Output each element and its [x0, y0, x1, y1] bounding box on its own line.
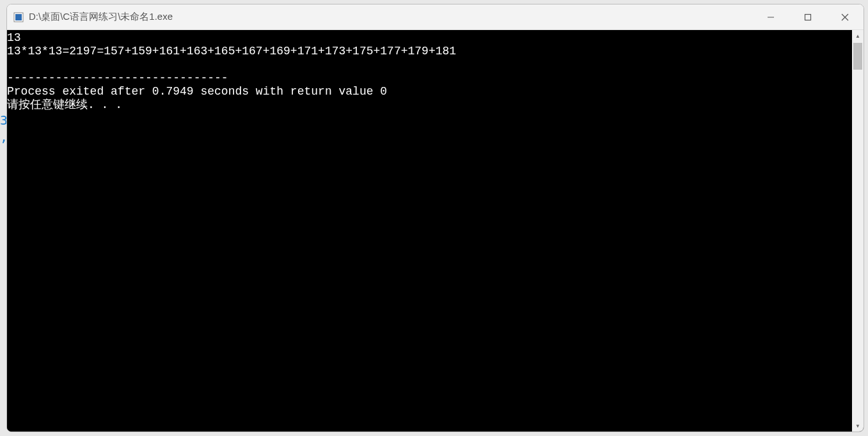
console-output[interactable]: 13 13*13*13=2197=157+159+161+163+165+167…: [7, 30, 852, 432]
client-area: 13 13*13*13=2197=157+159+161+163+165+167…: [7, 30, 864, 432]
app-icon: [13, 12, 24, 22]
window-title: D:\桌面\C语言网练习\未命名1.exe: [29, 11, 752, 23]
titlebar[interactable]: D:\桌面\C语言网练习\未命名1.exe: [7, 4, 864, 30]
scroll-thumb[interactable]: [853, 43, 862, 70]
scroll-up-arrow[interactable]: ▲: [852, 30, 864, 42]
minimize-button[interactable]: [752, 4, 789, 29]
svg-rect-1: [15, 14, 22, 20]
close-button[interactable]: [826, 4, 864, 29]
window-controls: [752, 4, 864, 29]
console-window: D:\桌面\C语言网练习\未命名1.exe 13 13*13*13=2197=1…: [6, 4, 864, 432]
maximize-button[interactable]: [789, 4, 826, 29]
svg-rect-3: [805, 14, 811, 20]
vertical-scrollbar[interactable]: ▲ ▼: [852, 30, 864, 432]
scroll-down-arrow[interactable]: ▼: [852, 420, 864, 432]
